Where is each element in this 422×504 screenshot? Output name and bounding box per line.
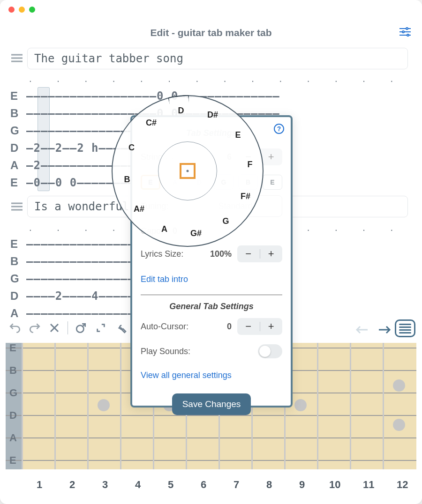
string-label: D [10, 289, 26, 303]
fullscreen-window-button[interactable] [29, 7, 35, 13]
fret-number: 2 [69, 479, 75, 491]
save-button[interactable]: Save Changes [172, 393, 251, 415]
fret-number: 9 [299, 479, 305, 491]
fret-marker-dot [98, 399, 110, 411]
fret-open-label: B [9, 364, 17, 377]
auto-cursor-stepper[interactable]: − + [237, 318, 282, 335]
fret-open-label: E [9, 454, 16, 467]
fret-marker-dot [294, 399, 307, 411]
window-controls [8, 7, 35, 13]
minimize-window-button[interactable] [19, 7, 25, 13]
external-link-icon[interactable] [75, 321, 88, 334]
view-all-general-link[interactable]: View all general settings [141, 371, 232, 380]
stepper-plus-button[interactable]: + [260, 248, 283, 260]
fret-number: 12 [397, 479, 408, 491]
note-wheel-center-button[interactable] [180, 163, 196, 179]
fret-number: 10 [329, 479, 340, 491]
lyrics-size-label: Lyrics Size: [141, 249, 183, 259]
fret-number: 8 [266, 479, 272, 491]
note-wheel-note[interactable]: A# [134, 204, 144, 214]
note-wheel-note[interactable]: G [222, 216, 229, 226]
panel-divider [141, 295, 282, 295]
fret-numbers: 1 2 3 4 5 6 7 8 9 10 11 12 [22, 479, 416, 493]
tuning-button-e-high[interactable]: E [263, 175, 282, 190]
fret-open-label: A [9, 432, 17, 444]
auto-cursor-value: 0 [227, 322, 232, 332]
string-label: E [10, 176, 26, 189]
play-sounds-toggle[interactable] [258, 344, 282, 358]
note-wheel-note[interactable]: E [235, 130, 241, 140]
nav-arrows [355, 325, 391, 336]
general-settings-heading: General Tab Settings [141, 302, 282, 311]
svg-point-3 [402, 31, 404, 33]
stepper-plus-button[interactable]: + [260, 151, 283, 163]
app-window: Edit - guitar tab maker tab . . . . . . … [0, 0, 422, 504]
delete-icon[interactable] [48, 321, 61, 334]
lyrics-size-stepper[interactable]: − + [237, 245, 282, 262]
drag-handle-icon[interactable] [11, 202, 23, 213]
fret-number: 4 [135, 479, 141, 491]
toolbar-divider [68, 321, 68, 334]
beat-markers-1: . . . . . . . . . . . . . . . . . . . . … [28, 75, 408, 84]
note-wheel-note[interactable]: D# [207, 110, 218, 120]
prev-arrow-icon[interactable] [355, 325, 369, 336]
stepper-minus-button[interactable]: − [237, 248, 260, 260]
fret-open-label: G [9, 387, 17, 399]
lyrics-size-value: 100% [210, 249, 232, 259]
string-label: B [10, 255, 26, 268]
note-wheel-note[interactable]: C# [146, 118, 157, 127]
fret-marker-dot [393, 419, 405, 431]
string-label: E [10, 237, 26, 251]
play-sounds-label: Play Sounds: [141, 347, 190, 356]
note-wheel-note[interactable]: F [248, 159, 253, 169]
fretboard-nut [6, 343, 22, 469]
string-label: G [10, 272, 26, 285]
keyboard-icon[interactable] [395, 319, 415, 337]
wrench-icon[interactable] [114, 321, 127, 334]
expand-icon[interactable] [94, 321, 107, 334]
tab-line[interactable]: ——————————————————0 0—————————————— [26, 89, 408, 103]
note-wheel-note[interactable]: F# [241, 191, 250, 201]
fret-number: 5 [168, 479, 173, 491]
note-wheel-note[interactable]: C [128, 143, 135, 153]
lyrics-size-row: Lyrics Size: 100% − + [141, 245, 282, 262]
string-label: A [10, 159, 26, 172]
redo-icon[interactable] [28, 321, 41, 334]
close-window-button[interactable] [8, 7, 15, 13]
string-label: D [10, 141, 26, 155]
stepper-plus-button[interactable]: + [260, 320, 283, 333]
undo-icon[interactable] [8, 321, 22, 334]
fret-open-label: D [9, 409, 17, 422]
next-arrow-icon[interactable] [378, 325, 391, 336]
drag-handle-icon[interactable] [11, 54, 23, 64]
note-wheel-note[interactable]: A [161, 224, 167, 234]
fret-number: 1 [37, 479, 42, 491]
fret-number: 11 [363, 479, 374, 491]
note-wheel-note[interactable]: B [124, 175, 130, 185]
edit-tab-intro-link[interactable]: Edit tab intro [141, 274, 188, 284]
settings-sliders-icon[interactable] [399, 27, 411, 37]
note-wheel-note[interactable]: D [178, 105, 184, 115]
string-label: A [10, 307, 26, 320]
fret-open-label: E [9, 342, 16, 354]
fret-marker-dot [393, 379, 405, 392]
svg-point-1 [406, 28, 408, 30]
play-sounds-row: Play Sounds: [141, 344, 282, 358]
string-label: B [10, 107, 26, 120]
fret-number: 6 [201, 479, 206, 491]
auto-cursor-row: Auto-Cursor: 0 − + [141, 318, 282, 335]
string-label: E [10, 89, 26, 103]
svg-point-5 [407, 34, 409, 36]
note-wheel-note[interactable]: G# [190, 229, 202, 238]
fret-number: 3 [102, 479, 108, 491]
fret-number: 7 [234, 479, 239, 491]
editor-toolbar [8, 321, 127, 334]
string-label: G [10, 124, 26, 137]
page-title: Edit - guitar tab maker tab [0, 0, 422, 38]
section-title-input-1[interactable] [27, 48, 408, 69]
auto-cursor-label: Auto-Cursor: [141, 322, 188, 332]
stepper-minus-button[interactable]: − [237, 320, 260, 333]
note-wheel[interactable]: DD#EFF#GG#AA#BCC# [112, 95, 264, 247]
